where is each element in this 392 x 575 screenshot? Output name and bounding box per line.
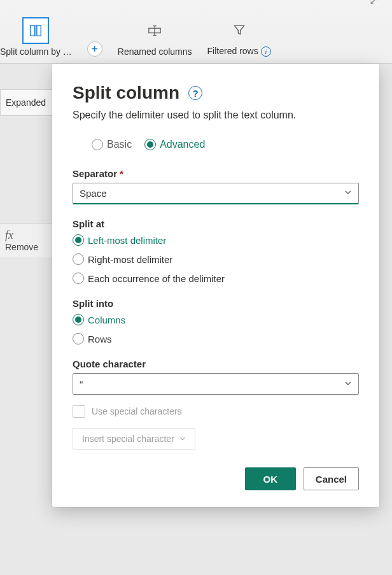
svg-rect-0: [31, 25, 34, 36]
step-label: Split column by …: [0, 46, 72, 57]
quote-select[interactable]: ": [73, 373, 359, 395]
radio-each-occurrence[interactable]: Each occurrence of the delimiter: [73, 273, 359, 284]
svg-rect-1: [37, 25, 41, 36]
applied-steps-bar: ⤢ ⋮ Split column by … + Renamed columns …: [0, 0, 392, 64]
dialog-subtitle: Specify the delimiter used to split the …: [73, 110, 359, 121]
split-at-label: Split at: [73, 218, 359, 229]
radio-icon: [73, 314, 84, 325]
radio-advanced[interactable]: Advanced: [144, 139, 205, 150]
radio-icon: [73, 253, 84, 265]
radio-icon: [73, 273, 84, 284]
separator-value: Space: [80, 188, 107, 199]
fx-icon: fx: [5, 229, 13, 241]
radio-rows[interactable]: Rows: [73, 333, 359, 344]
use-special-chars-checkbox[interactable]: Use special characters: [73, 405, 359, 418]
quote-value: ": [80, 379, 83, 390]
dialog-button-row: OK Cancel: [73, 467, 359, 490]
separator-select[interactable]: Space: [73, 183, 359, 204]
help-icon[interactable]: ?: [188, 86, 202, 100]
mode-radio-group: Basic Advanced: [92, 139, 359, 150]
step-renamed-columns[interactable]: Renamed columns: [118, 18, 192, 57]
split-into-section: Split into Columns Rows: [73, 298, 359, 344]
add-step-button[interactable]: +: [87, 41, 102, 57]
radio-right-most[interactable]: Right-most delimiter: [73, 253, 359, 265]
cancel-button[interactable]: Cancel: [304, 467, 359, 490]
radio-icon: [73, 333, 84, 344]
chevron-down-icon: [344, 380, 352, 389]
radio-icon: [92, 139, 103, 150]
info-icon[interactable]: i: [261, 46, 271, 57]
ok-button[interactable]: OK: [245, 467, 296, 490]
insert-special-char-button: Insert special character: [73, 428, 195, 450]
separator-section: Separator* Space: [73, 168, 359, 204]
rename-icon: [143, 18, 167, 43]
chevron-down-icon: [179, 434, 186, 444]
quote-label: Quote character: [73, 358, 359, 369]
split-at-section: Split at Left-most delimiter Right-most …: [73, 218, 359, 284]
step-split-column[interactable]: Split column by …: [0, 18, 72, 57]
radio-basic[interactable]: Basic: [92, 139, 132, 150]
split-into-label: Split into: [73, 298, 359, 309]
radio-columns[interactable]: Columns: [73, 314, 359, 325]
checkbox-label: Use special characters: [92, 406, 182, 416]
split-column-dialog: Split column ? Specify the delimiter use…: [52, 64, 379, 507]
radio-icon: [144, 139, 156, 150]
dialog-title: Split column: [73, 83, 179, 103]
chevron-down-icon: [344, 188, 352, 198]
toolbar-overflow-icons: ⤢ ⋮: [369, 0, 392, 8]
step-label: Filtered rowsi: [207, 46, 271, 57]
split-column-icon: [24, 18, 48, 43]
radio-icon: [73, 234, 84, 246]
separator-label: Separator*: [73, 168, 359, 179]
step-label: Renamed columns: [118, 46, 192, 57]
filter-icon: [227, 18, 251, 42]
quote-section: Quote character " Use special characters…: [73, 358, 359, 450]
step-filtered-rows[interactable]: Filtered rowsi: [207, 18, 271, 57]
radio-left-most[interactable]: Left-most delimiter: [73, 234, 359, 246]
checkbox-box-icon: [73, 405, 85, 418]
